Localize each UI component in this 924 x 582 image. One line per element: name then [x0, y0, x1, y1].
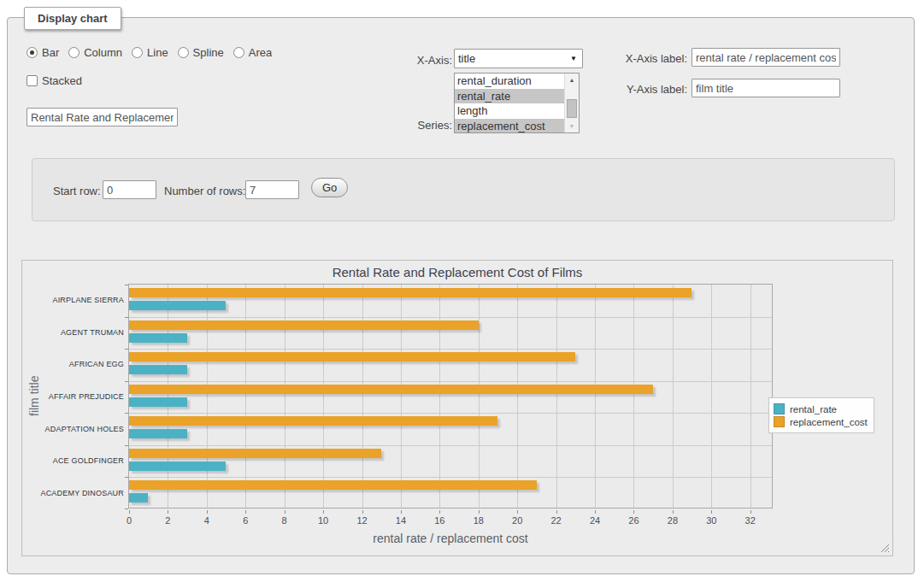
series-option-rental_rate[interactable]: rental_rate — [455, 89, 564, 104]
series-option-replacement_cost[interactable]: replacement_cost — [455, 119, 564, 133]
x-tick-mark — [556, 510, 557, 514]
series-options: rental_durationrental_ratelengthreplacem… — [455, 73, 564, 132]
start-row-input[interactable] — [103, 180, 156, 199]
gridline-vertical — [207, 285, 208, 508]
fieldset-legend: Display chart — [24, 7, 121, 30]
start-row-label: Start row: — [53, 185, 101, 197]
x-tick-mark — [401, 510, 402, 514]
x-tick-mark — [595, 510, 596, 514]
stacked-checkbox[interactable] — [26, 75, 38, 86]
bar-replacement_cost — [129, 288, 692, 297]
x-tick-label: 12 — [351, 515, 374, 526]
bar-rental_rate — [129, 461, 226, 471]
x-tick-label: 32 — [739, 515, 762, 526]
x-tick-mark — [750, 510, 751, 514]
category-label: ADAPTATION HOLES — [20, 425, 124, 433]
bar-rental_rate — [129, 333, 187, 343]
gridline-horizontal — [129, 477, 772, 478]
radio-icon — [68, 47, 79, 58]
x-tick-label: 30 — [700, 515, 722, 526]
scrollbar-thumb[interactable] — [567, 99, 577, 118]
y-tick-mark — [125, 317, 128, 318]
series-option-rental_duration[interactable]: rental_duration — [455, 73, 564, 89]
category-label: ACADEMY DINOSAUR — [20, 489, 124, 497]
x-tick-label: 28 — [662, 515, 684, 526]
page: Display chart BarColumnLineSplineArea St… — [0, 0, 924, 582]
bar-rental_rate — [129, 301, 226, 310]
chart-type-column[interactable]: Column — [68, 46, 122, 59]
go-button[interactable]: Go — [311, 178, 348, 197]
chart-type-area[interactable]: Area — [233, 46, 272, 59]
legend-item: rental_rate — [774, 403, 868, 414]
chart-type-line[interactable]: Line — [132, 46, 168, 59]
yaxis-field-label: Y-Axis label: — [555, 83, 687, 96]
chart-title-input[interactable] — [26, 108, 178, 126]
bar-replacement_cost — [129, 480, 537, 490]
y-tick-mark — [125, 477, 128, 478]
x-tick-mark — [439, 510, 440, 514]
chart-type-spline[interactable]: Spline — [178, 46, 224, 59]
gridline-vertical — [517, 285, 518, 508]
x-tick-label: 16 — [428, 515, 450, 526]
scroll-down-icon[interactable]: ▼ — [565, 120, 579, 132]
gridline-vertical — [401, 285, 402, 508]
radio-icon — [132, 47, 143, 58]
gridline-vertical — [362, 285, 363, 508]
xaxis-field-label: X-Axis label: — [555, 52, 687, 65]
gridline-horizontal — [129, 349, 772, 350]
gridline-vertical — [439, 285, 440, 508]
x-tick-label: 18 — [468, 515, 490, 526]
x-tick-label: 6 — [234, 515, 256, 526]
x-tick-label: 2 — [156, 515, 179, 526]
legend-swatch-replacement_cost — [774, 416, 785, 427]
chart-title: Rental Rate and Replacement Cost of Film… — [22, 265, 892, 279]
gridline-horizontal — [129, 413, 772, 414]
bar-replacement_cost — [129, 352, 575, 362]
bar-rental_rate — [129, 493, 148, 503]
xaxis-label: X-Axis: — [343, 54, 452, 67]
xaxis-label-input[interactable] — [692, 48, 840, 67]
x-tick-label: 14 — [390, 515, 412, 526]
x-tick-label: 24 — [584, 515, 606, 526]
y-tick-mark — [125, 413, 128, 414]
y-tick-mark — [125, 349, 128, 350]
chart-type-label: Bar — [42, 46, 59, 59]
radio-icon — [26, 47, 38, 58]
y-tick-mark — [125, 381, 128, 382]
chart-type-label: Area — [249, 46, 272, 59]
gridline-vertical — [633, 285, 634, 508]
x-tick-mark — [245, 510, 246, 514]
x-tick-mark — [673, 510, 674, 514]
x-tick-label: 0 — [118, 515, 140, 526]
yaxis-label-input[interactable] — [692, 79, 840, 97]
x-axis-label: rental rate / replacement cost — [128, 532, 773, 545]
x-tick-mark — [207, 510, 208, 514]
chart-type-label: Spline — [193, 46, 224, 59]
num-rows-input[interactable] — [245, 180, 299, 199]
radio-icon — [178, 47, 189, 58]
y-tick-mark — [125, 285, 128, 285]
series-multiselect[interactable]: rental_durationrental_ratelengthreplacem… — [454, 73, 580, 133]
num-rows-label: Number of rows: — [164, 185, 245, 197]
bar-replacement_cost — [129, 320, 479, 330]
series-option-length[interactable]: length — [455, 103, 564, 119]
bar-replacement_cost — [129, 449, 381, 458]
bar-replacement_cost — [129, 416, 497, 426]
legend-item: replacement_cost — [774, 416, 868, 427]
bar-replacement_cost — [129, 385, 653, 394]
x-tick-mark — [362, 510, 363, 514]
gridline-vertical — [711, 285, 712, 508]
chart-container: Rental Rate and Replacement Cost of Film… — [21, 260, 893, 556]
legend-label: replacement_cost — [790, 417, 868, 427]
legend-swatch-rental_rate — [774, 403, 785, 414]
stacked-option[interactable]: Stacked — [26, 74, 82, 87]
radio-icon — [233, 47, 244, 58]
plot-grid: 02468101214161820222426283032AIRPLANE SI… — [128, 284, 773, 509]
gridline-vertical — [595, 285, 596, 508]
resize-handle-icon[interactable] — [879, 542, 889, 552]
x-tick-mark — [129, 510, 130, 514]
x-tick-label: 4 — [196, 515, 218, 526]
x-tick-mark — [633, 510, 634, 514]
chart-type-bar[interactable]: Bar — [26, 46, 59, 59]
x-tick-label: 8 — [274, 515, 296, 526]
